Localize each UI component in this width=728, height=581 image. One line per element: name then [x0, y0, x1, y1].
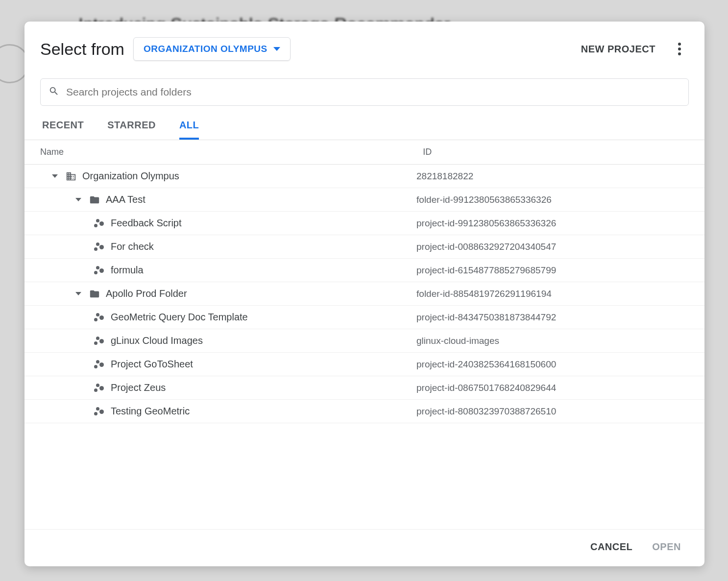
row-name: AAA Test — [106, 194, 146, 205]
row-name: gLinux Cloud Images — [111, 335, 203, 346]
organization-selector-label: ORGANIZATION OLYMPUS — [144, 44, 267, 54]
row-id: project-id-0088632927204340547 — [416, 242, 689, 252]
project-icon — [94, 406, 105, 417]
chevron-down-icon — [273, 47, 280, 51]
row-name-cell: Organization Olympus — [24, 170, 416, 182]
project-tree: Organization Olympus28218182822AAA Testf… — [24, 165, 704, 529]
organization-icon — [66, 171, 76, 182]
folder-icon — [89, 289, 100, 299]
tree-row[interactable]: AAA Testfolder-id-9912380563865336326 — [24, 188, 704, 212]
row-name: Testing GeoMetric — [111, 406, 190, 417]
tree-row[interactable]: GeoMetric Query Doc Templateproject-id-8… — [24, 306, 704, 329]
column-header-id: ID — [423, 147, 689, 157]
tree-row[interactable]: Testing GeoMetricproject-id-808032397038… — [24, 400, 704, 423]
table-header: Name ID — [24, 140, 704, 165]
row-id: 28218182822 — [416, 171, 689, 182]
row-name-cell: GeoMetric Query Doc Template — [24, 312, 416, 323]
modal-footer: CANCEL OPEN — [24, 529, 704, 566]
tabs: RECENT STARRED ALL — [24, 106, 704, 140]
tab-all[interactable]: ALL — [179, 120, 199, 140]
row-name-cell: formula — [24, 265, 416, 276]
row-id: project-id-2403825364168150600 — [416, 359, 689, 370]
expand-caret-icon[interactable] — [52, 174, 58, 178]
organization-selector[interactable]: ORGANIZATION OLYMPUS — [133, 37, 291, 61]
search-icon — [49, 86, 59, 98]
tree-row[interactable]: Project Zeusproject-id-08675017682408296… — [24, 376, 704, 400]
row-name-cell: For check — [24, 241, 416, 252]
project-icon — [94, 336, 105, 346]
row-name: Apollo Prod Folder — [106, 288, 187, 299]
row-id: project-id-8434750381873844792 — [416, 312, 689, 323]
project-icon — [94, 312, 105, 323]
tree-row[interactable]: Feedback Scriptproject-id-99123805638653… — [24, 212, 704, 235]
project-icon — [94, 242, 105, 252]
row-name: GeoMetric Query Doc Template — [111, 312, 248, 323]
tree-row[interactable]: For checkproject-id-0088632927204340547 — [24, 235, 704, 259]
folder-icon — [89, 194, 100, 205]
tree-row[interactable]: Project GoToSheetproject-id-240382536416… — [24, 353, 704, 376]
project-icon — [94, 383, 105, 393]
tab-starred[interactable]: STARRED — [107, 120, 156, 140]
row-id: project-id-0867501768240829644 — [416, 383, 689, 393]
project-icon — [94, 218, 105, 229]
cancel-button[interactable]: CANCEL — [590, 541, 632, 553]
row-name-cell: Feedback Script — [24, 218, 416, 229]
tab-recent[interactable]: RECENT — [42, 120, 84, 140]
search-box[interactable] — [40, 78, 689, 106]
row-name: Organization Olympus — [82, 170, 179, 182]
new-project-button[interactable]: NEW PROJECT — [575, 40, 661, 59]
expand-caret-icon[interactable] — [75, 292, 81, 295]
tree-row[interactable]: Apollo Prod Folderfolder-id-885481972629… — [24, 282, 704, 306]
row-id: glinux-cloud-images — [416, 336, 689, 346]
tree-row[interactable]: gLinux Cloud Imagesglinux-cloud-images — [24, 329, 704, 353]
row-id: project-id-8080323970388726510 — [416, 406, 689, 417]
row-name-cell: Project Zeus — [24, 382, 416, 393]
row-name-cell: gLinux Cloud Images — [24, 335, 416, 346]
column-header-name: Name — [40, 147, 423, 157]
tree-row[interactable]: formulaproject-id-6154877885279685799 — [24, 259, 704, 282]
row-id: folder-id-8854819726291196194 — [416, 289, 689, 299]
project-picker-modal: Select from ORGANIZATION OLYMPUS NEW PRO… — [24, 22, 704, 566]
open-button[interactable]: OPEN — [652, 541, 681, 553]
row-name-cell: Apollo Prod Folder — [24, 288, 416, 299]
project-icon — [94, 265, 105, 276]
search-input[interactable] — [66, 86, 680, 98]
project-icon — [94, 359, 105, 370]
modal-header: Select from ORGANIZATION OLYMPUS NEW PRO… — [24, 37, 704, 61]
row-id: folder-id-9912380563865336326 — [416, 194, 689, 205]
expand-caret-icon[interactable] — [75, 198, 81, 201]
row-name: Project GoToSheet — [111, 359, 193, 370]
row-id: project-id-9912380563865336326 — [416, 218, 689, 229]
modal-title: Select from — [40, 40, 124, 59]
more-vert-icon[interactable] — [670, 39, 689, 59]
row-name: formula — [111, 265, 144, 276]
row-name: For check — [111, 241, 154, 252]
row-name-cell: AAA Test — [24, 194, 416, 205]
row-id: project-id-6154877885279685799 — [416, 265, 689, 276]
row-name: Project Zeus — [111, 382, 166, 393]
row-name: Feedback Script — [111, 218, 182, 229]
row-name-cell: Project GoToSheet — [24, 359, 416, 370]
tree-row[interactable]: Organization Olympus28218182822 — [24, 165, 704, 188]
row-name-cell: Testing GeoMetric — [24, 406, 416, 417]
